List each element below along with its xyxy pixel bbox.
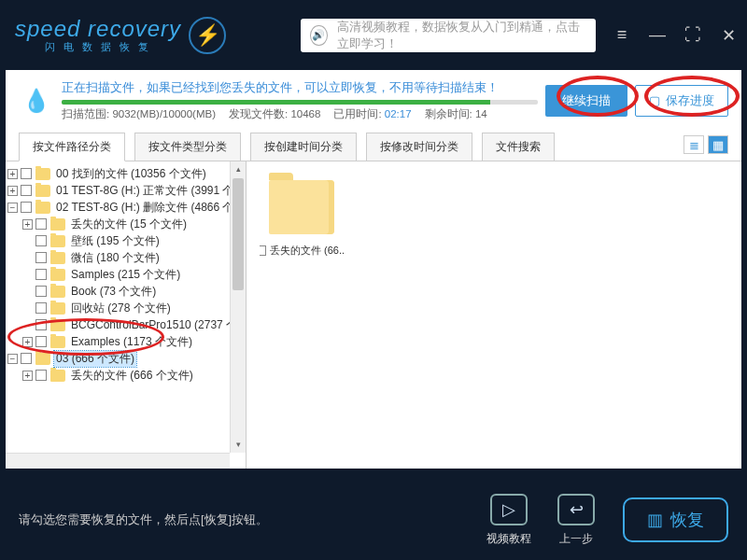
tree-label: 丢失的文件 (15 个文件) [69, 217, 189, 232]
folder-icon [50, 370, 65, 382]
file-name: 丢失的文件 (66... [270, 244, 344, 258]
tree-node[interactable]: +01 TEST-8G (H:) 正常文件 (3991 个文 [6, 182, 246, 199]
expand-toggle[interactable]: + [22, 219, 33, 230]
tree-scrollbar-v[interactable]: ▴ ▾ [230, 161, 246, 453]
tree-checkbox[interactable] [21, 185, 32, 196]
tab-by-path[interactable]: 按文件路径分类 [19, 133, 125, 161]
tree-node[interactable]: +Examples (1173 个文件) [6, 333, 246, 350]
tree-label: 00 找到的文件 (10356 个文件) [54, 166, 208, 182]
tab-by-created[interactable]: 按创建时间分类 [250, 133, 357, 161]
status-info: 扫描范围: 9032(MB)/10000(MB) 发现文件数: 10468 已用… [62, 107, 538, 121]
view-list-button[interactable]: ≣ [684, 135, 704, 154]
tree-checkbox[interactable] [21, 353, 32, 364]
minimize-button[interactable]: — [648, 25, 667, 46]
tab-by-type[interactable]: 按文件类型分类 [134, 133, 241, 161]
expand-toggle[interactable] [22, 303, 33, 314]
tree-checkbox[interactable] [35, 235, 47, 246]
tree-node[interactable]: 壁纸 (195 个文件) [6, 232, 246, 249]
continue-scan-button[interactable]: 继续扫描 [545, 85, 627, 117]
folder-icon [269, 180, 334, 234]
tree-checkbox[interactable] [35, 302, 47, 314]
tree-checkbox[interactable] [35, 269, 47, 280]
tree-checkbox[interactable] [35, 286, 47, 297]
logo-main: speed recovery [15, 16, 181, 42]
folder-icon [35, 168, 50, 180]
video-tutorial-button[interactable]: ▷ 视频教程 [486, 494, 531, 547]
expand-toggle[interactable] [22, 287, 33, 297]
folder-icon [50, 269, 65, 281]
folder-icon [50, 218, 65, 231]
expand-toggle[interactable]: − [7, 354, 18, 364]
back-button[interactable]: ↩ 上一步 [557, 494, 595, 547]
folder-icon [50, 336, 65, 348]
back-icon: ↩ [557, 494, 595, 525]
play-icon: ▷ [490, 494, 528, 525]
folder-icon [50, 319, 65, 331]
tree-label: 微信 (180 个文件) [69, 250, 162, 266]
maximize-button[interactable]: ⛶ [684, 25, 702, 46]
menu-icon[interactable]: ≡ [613, 25, 631, 46]
expand-toggle[interactable] [22, 253, 33, 263]
tree-node[interactable]: 微信 (180 个文件) [6, 249, 246, 266]
tree-checkbox[interactable] [21, 168, 32, 179]
view-grid-button[interactable]: ▦ [708, 135, 728, 154]
save-progress-button[interactable]: ▢ 保存进度 [635, 85, 728, 117]
window-controls: ≡ — ⛶ ✕ [613, 25, 738, 46]
status-bar: 💧 正在扫描文件，如果已经找到您丢失的文件，可以立即恢复，不用等待扫描结束！ 扫… [6, 70, 741, 129]
tree-checkbox[interactable] [35, 252, 47, 263]
tree-label: BCGControlBarPro1510 (2737 个 [69, 317, 239, 333]
tree-node[interactable]: Book (73 个文件) [6, 283, 246, 300]
tree-node[interactable]: +丢失的文件 (666 个文件) [6, 367, 246, 384]
status-message: 正在扫描文件，如果已经找到您丢失的文件，可以立即恢复，不用等待扫描结束！ [62, 79, 538, 96]
tree-label: 01 TEST-8G (H:) 正常文件 (3991 个文 [54, 183, 247, 199]
tab-by-modified[interactable]: 按修改时间分类 [366, 133, 472, 161]
tab-search[interactable]: 文件搜索 [482, 133, 555, 161]
tree-node[interactable]: +丢失的文件 (15 个文件) [6, 216, 246, 232]
folder-icon [50, 286, 65, 298]
file-checkbox[interactable] [260, 245, 266, 256]
tree-node[interactable]: 回收站 (278 个文件) [6, 300, 246, 316]
tree-checkbox[interactable] [21, 202, 32, 213]
tutorial-banner[interactable]: 🔊 高清视频教程，数据恢复从入门到精通，点击立即学习！ [301, 19, 596, 52]
expand-toggle[interactable]: + [7, 186, 18, 196]
expand-toggle[interactable] [22, 236, 33, 246]
app-logo: speed recovery 闪 电 数 据 恢 复 ⚡ [15, 16, 226, 54]
tree-label: 丢失的文件 (666 个文件) [69, 368, 195, 384]
expand-toggle[interactable]: + [22, 371, 33, 381]
tree-node[interactable]: −02 TEST-8G (H:) 删除文件 (4866 个文 [6, 199, 246, 216]
tree-checkbox[interactable] [35, 319, 47, 330]
save-icon: ▢ [649, 93, 660, 107]
tutorial-text: 高清视频教程，数据恢复从入门到精通，点击立即学习！ [337, 19, 586, 52]
tree-node[interactable]: +00 找到的文件 (10356 个文件) [6, 165, 246, 182]
footer-hint: 请勾选您需要恢复的文件，然后点[恢复]按钮。 [19, 511, 268, 528]
tree-scrollbar-h[interactable] [6, 453, 230, 469]
folder-icon [50, 302, 65, 315]
folder-icon [50, 252, 65, 264]
logo-sub: 闪 电 数 据 恢 复 [15, 40, 181, 54]
scan-icon: 💧 [19, 83, 54, 119]
expand-toggle[interactable]: + [22, 337, 33, 347]
speaker-icon: 🔊 [310, 25, 327, 46]
progress-bar [62, 100, 538, 105]
tree-label: Samples (215 个文件) [69, 267, 182, 283]
tree-checkbox[interactable] [35, 336, 47, 347]
tree-node[interactable]: BCGControlBarPro1510 (2737 个 [6, 316, 246, 333]
recover-button[interactable]: ▥ 恢复 [623, 497, 728, 542]
expand-toggle[interactable]: − [7, 203, 18, 213]
lightning-icon: ⚡ [189, 17, 226, 54]
file-item[interactable]: 丢失的文件 (66... [260, 180, 344, 258]
folder-tree[interactable]: +00 找到的文件 (10356 个文件)+01 TEST-8G (H:) 正常… [6, 161, 247, 469]
tree-checkbox[interactable] [35, 218, 47, 230]
folder-icon [35, 185, 50, 197]
close-button[interactable]: ✕ [719, 25, 738, 46]
expand-toggle[interactable]: + [7, 169, 18, 179]
file-pane: 丢失的文件 (66... [247, 161, 741, 469]
expand-toggle[interactable] [22, 270, 33, 280]
tree-node[interactable]: −03 (666 个文件) [6, 350, 246, 367]
tree-label: Book (73 个文件) [69, 284, 158, 300]
main-panel: 💧 正在扫描文件，如果已经找到您丢失的文件，可以立即恢复，不用等待扫描结束！ 扫… [6, 70, 741, 469]
expand-toggle[interactable] [22, 320, 33, 330]
tree-node[interactable]: Samples (215 个文件) [6, 266, 246, 283]
tree-checkbox[interactable] [35, 370, 47, 381]
folder-icon [35, 202, 50, 214]
